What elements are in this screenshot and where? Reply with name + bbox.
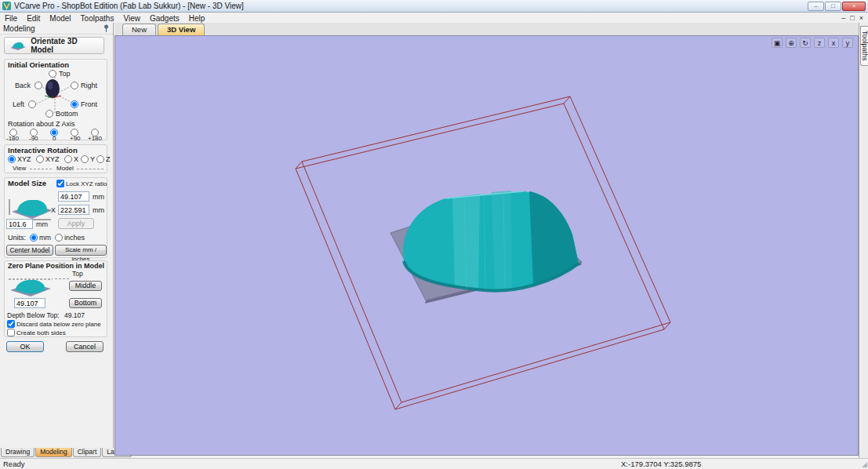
model-size-thumbnail: [7, 190, 56, 221]
orientation-back-label: Back: [15, 82, 31, 89]
rotate-model-z-radio[interactable]: [96, 155, 104, 163]
modeling-panel: Modeling Orientate 3D Model Initial Orie…: [0, 23, 114, 448]
rotate-model-xyz-radio[interactable]: [36, 155, 44, 163]
zoom-extents-icon[interactable]: ▣: [772, 38, 783, 48]
z-rotation-minus90-label: -90: [29, 135, 38, 142]
group-title: Zero Plane Position in Model: [8, 262, 104, 270]
status-text: Ready: [3, 460, 24, 468]
unit-label: mm: [93, 206, 104, 214]
menu-gadgets[interactable]: Gadgets: [145, 14, 184, 23]
lock-xyz-ratio-label: Lock XYZ ratio: [66, 180, 107, 187]
zero-plane-middle-button[interactable]: Middle: [69, 281, 102, 291]
lock-xyz-ratio-checkbox[interactable]: [56, 180, 64, 187]
orientation-right-radio[interactable]: [71, 82, 78, 89]
create-both-sides-checkbox[interactable]: [7, 329, 15, 336]
apply-button: Apply: [58, 218, 94, 229]
rotate-view-xyz-label: XYZ: [17, 155, 31, 163]
interactive-rotation-group: Interactive Rotation XYZ XYZ X Y Z View …: [4, 144, 107, 173]
rotate-model-x-label: X: [74, 155, 78, 163]
window-title: VCarve Pro - ShopBot Edition (Fab Lab Su…: [14, 2, 244, 10]
resize-grip-icon[interactable]: ◢: [862, 460, 867, 468]
panel-title: Modeling: [3, 24, 35, 33]
app-icon: [2, 2, 11, 10]
cursor-coordinates: X:-179.3704 Y:325.9875: [621, 460, 701, 468]
document-tab-bar: New 3D View: [114, 23, 859, 35]
tab-modeling[interactable]: Modeling: [35, 448, 72, 457]
tab-clipart[interactable]: Clipart: [73, 448, 102, 457]
orientation-bottom-radio[interactable]: [45, 110, 53, 118]
scale-units-button[interactable]: Scale mm / inches: [55, 245, 107, 256]
zero-plane-group: Zero Plane Position in Model Top Middle …: [4, 260, 107, 337]
center-model-button[interactable]: Center Model: [6, 245, 53, 256]
z-rotation-plus180-label: +180: [88, 135, 102, 142]
group-title: Initial Orientation: [8, 60, 69, 69]
tab-3d-view[interactable]: 3D View: [158, 24, 205, 35]
mdi-minimize-button[interactable]: –: [841, 14, 845, 22]
menu-view[interactable]: View: [118, 14, 145, 23]
minimize-button[interactable]: –: [808, 2, 824, 11]
zero-plane-top-label: Top: [72, 270, 83, 278]
discard-below-zero-label: Discard data below zero plane: [16, 321, 101, 328]
zero-plane-bottom-button[interactable]: Bottom: [69, 298, 102, 308]
discard-below-zero-checkbox[interactable]: [7, 320, 15, 328]
maximize-button[interactable]: □: [825, 2, 841, 11]
side-view-y-icon[interactable]: y: [842, 38, 853, 48]
tool-header: Orientate 3D Model: [4, 37, 104, 54]
menu-model[interactable]: Model: [45, 14, 75, 23]
orientation-front-label: Front: [81, 100, 97, 108]
orientation-left-radio[interactable]: [28, 100, 36, 108]
tab-new[interactable]: New: [122, 24, 156, 35]
z-rotation-label: Rotation about Z Axis: [8, 120, 75, 128]
tab-toolpaths[interactable]: Toolpaths: [860, 26, 868, 66]
teal-3d-model: [403, 191, 579, 291]
menu-help[interactable]: Help: [184, 14, 210, 23]
units-mm-radio[interactable]: [30, 234, 38, 242]
rotate-view-icon[interactable]: ↻: [800, 38, 811, 48]
model-height-input[interactable]: [58, 191, 89, 202]
orientation-left-label: Left: [13, 100, 24, 108]
ok-button[interactable]: OK: [6, 341, 44, 352]
group-title: Interactive Rotation: [8, 146, 78, 155]
tab-drawing[interactable]: Drawing: [1, 448, 35, 457]
depth-below-top-label: Depth Below Top:: [7, 311, 59, 319]
menu-toolpaths[interactable]: Toolpaths: [76, 14, 119, 23]
plan-view-z-icon[interactable]: z: [814, 38, 825, 48]
menu-file[interactable]: File: [0, 14, 22, 23]
units-inches-label: inches: [64, 234, 85, 242]
rotate-model-z-label: Z: [106, 155, 111, 163]
model-width-input[interactable]: [58, 205, 89, 215]
divider: [30, 169, 52, 169]
model-size-group: Model Size Lock XYZ ratio mm X mm mm App…: [4, 177, 107, 258]
right-panel-strip: Toolpaths: [859, 23, 868, 458]
rotate-view-xyz-radio[interactable]: [8, 155, 16, 163]
pan-view-icon[interactable]: ⊕: [786, 38, 797, 48]
status-bar: Ready X:-179.3704 Y:325.9875 ◢: [0, 458, 868, 469]
units-inches-radio[interactable]: [55, 234, 63, 242]
menu-edit[interactable]: Edit: [22, 14, 45, 23]
mdi-restore-button[interactable]: □: [850, 14, 854, 22]
cancel-button[interactable]: Cancel: [66, 341, 104, 352]
bottom-tab-bar: Drawing Modeling Clipart Layers: [1, 448, 114, 458]
zero-plane-value-input[interactable]: [14, 298, 45, 308]
close-button[interactable]: ×: [842, 2, 866, 11]
create-both-sides-label: Create both sides: [16, 329, 66, 336]
initial-orientation-group: Initial Orientation Top Back Right Left …: [4, 59, 107, 140]
orientation-bottom-label: Bottom: [56, 110, 78, 118]
orientation-front-radio[interactable]: [71, 100, 78, 108]
side-view-x-icon[interactable]: x: [828, 38, 839, 48]
orientation-model-thumbnail: [41, 77, 64, 100]
menu-bar: File Edit Model Toolpaths View Gadgets H…: [0, 13, 868, 23]
mdi-close-button[interactable]: ×: [859, 14, 863, 22]
x-axis-label: X: [51, 206, 56, 214]
pin-icon[interactable]: [103, 24, 110, 32]
3d-viewport[interactable]: ▣ ⊕ ↻ z x y: [114, 35, 859, 456]
rotate-model-x-radio[interactable]: [64, 155, 72, 163]
model-depth-input[interactable]: [6, 219, 33, 229]
zero-plane-thumbnail: [7, 273, 54, 298]
unit-label: mm: [93, 193, 104, 201]
z-rotation-0-label: 0: [53, 135, 56, 142]
group-title: Model Size: [8, 179, 46, 187]
view-scope-label: View: [13, 165, 26, 172]
rotate-model-y-radio[interactable]: [81, 155, 89, 163]
rotate-model-xyz-label: XYZ: [45, 155, 60, 163]
